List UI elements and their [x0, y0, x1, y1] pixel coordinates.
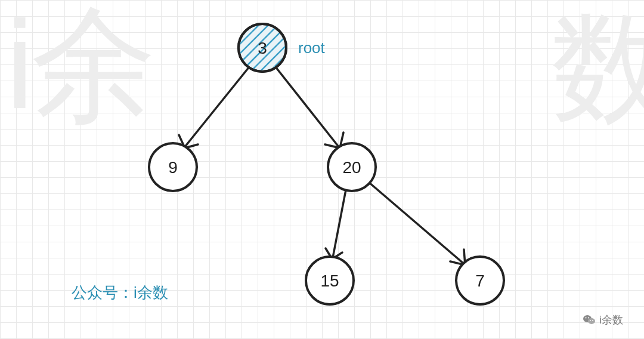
svg-point-12 — [585, 317, 586, 318]
caption-text: 公众号：i余数 — [72, 282, 168, 303]
wechat-text: i余数 — [599, 313, 623, 327]
svg-point-14 — [590, 320, 591, 321]
svg-point-15 — [592, 320, 593, 321]
svg-point-13 — [588, 317, 589, 318]
wechat-watermark: i余数 — [583, 313, 623, 327]
wechat-icon — [583, 314, 596, 326]
root-label: root — [298, 39, 325, 57]
svg-point-11 — [588, 318, 595, 324]
